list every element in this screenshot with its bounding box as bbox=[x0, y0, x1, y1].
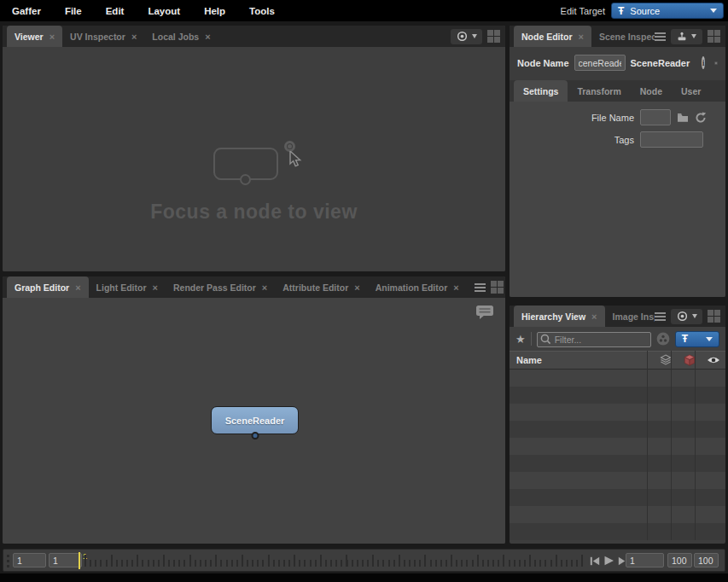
hierarchy-view-panel: Hierarchy View × Image Inspe ★ bbox=[510, 306, 725, 544]
menu-item-gaffer[interactable]: Gaffer bbox=[0, 6, 53, 16]
tab-menu-icon[interactable] bbox=[655, 312, 666, 321]
edit-target-group: Edit Target Ŧ Source bbox=[561, 0, 724, 21]
tab-menu-icon[interactable] bbox=[655, 32, 666, 41]
table-row[interactable] bbox=[510, 523, 725, 540]
menu-item-help[interactable]: Help bbox=[192, 6, 237, 16]
node-set-icon bbox=[677, 32, 687, 42]
tab-uv-inspector[interactable]: UV Inspector × bbox=[62, 26, 144, 47]
hierarchy-rows bbox=[510, 370, 725, 540]
set-membership-column-icon[interactable] bbox=[654, 354, 678, 366]
tab-scene-inspector[interactable]: Scene Inspecto bbox=[591, 26, 655, 47]
cursor-icon bbox=[289, 151, 302, 167]
chevron-down-icon bbox=[706, 337, 713, 341]
tab-settings[interactable]: Settings bbox=[514, 80, 568, 102]
star-icon[interactable]: ★ bbox=[515, 333, 526, 346]
info-icon[interactable]: i bbox=[702, 56, 705, 69]
node-set-menu-button[interactable] bbox=[671, 29, 702, 44]
table-row[interactable] bbox=[510, 455, 725, 472]
range-end-input[interactable] bbox=[694, 553, 719, 567]
tab-label: Light Editor bbox=[96, 282, 147, 293]
filter-input[interactable] bbox=[537, 332, 651, 347]
scope-dropdown[interactable]: Ŧ bbox=[675, 331, 719, 347]
table-row[interactable] bbox=[510, 472, 725, 489]
layout-grid-icon[interactable] bbox=[487, 30, 500, 43]
current-frame-marker[interactable] bbox=[79, 552, 80, 569]
tab-node[interactable]: Node bbox=[631, 80, 672, 102]
tab-menu-icon[interactable] bbox=[475, 283, 486, 292]
tab-viewer[interactable]: Viewer × bbox=[7, 26, 62, 47]
column-header-name[interactable]: Name bbox=[510, 355, 654, 365]
menu-item-edit[interactable]: Edit bbox=[94, 6, 137, 16]
playback-start-input[interactable] bbox=[49, 553, 82, 567]
skip-to-start-icon[interactable] bbox=[590, 556, 600, 566]
file-name-input[interactable] bbox=[640, 109, 671, 125]
annotation-icon[interactable] bbox=[475, 305, 494, 320]
node-name-input[interactable] bbox=[574, 55, 626, 71]
close-icon[interactable]: × bbox=[131, 32, 137, 42]
layout-grid-icon[interactable] bbox=[708, 310, 720, 323]
tab-local-jobs[interactable]: Local Jobs × bbox=[144, 26, 218, 47]
close-icon[interactable]: × bbox=[153, 282, 158, 293]
close-icon[interactable]: × bbox=[354, 282, 359, 293]
refresh-icon[interactable] bbox=[695, 112, 707, 124]
exclusions-cube-icon[interactable] bbox=[678, 354, 702, 366]
playback-end-input[interactable] bbox=[667, 553, 692, 567]
tab-graph-editor[interactable]: Graph Editor × bbox=[7, 276, 89, 298]
table-row[interactable] bbox=[510, 421, 725, 438]
table-row[interactable] bbox=[510, 404, 725, 421]
play-icon[interactable] bbox=[603, 556, 614, 566]
table-row[interactable] bbox=[510, 489, 725, 506]
layout-grid-icon[interactable] bbox=[708, 30, 720, 43]
workspace: Viewer × UV Inspector × Local Jobs × bbox=[0, 21, 728, 573]
file-name-label: File Name bbox=[510, 113, 640, 123]
gear-icon[interactable] bbox=[714, 56, 718, 70]
column-divider bbox=[695, 351, 696, 540]
focus-node-set-button[interactable] bbox=[451, 29, 482, 44]
tab-user[interactable]: User bbox=[672, 80, 710, 102]
tab-animation-editor[interactable]: Animation Editor × bbox=[368, 276, 467, 298]
table-row[interactable] bbox=[510, 506, 725, 523]
tab-primitive-inspector[interactable]: Prim bbox=[467, 276, 475, 298]
close-icon[interactable]: × bbox=[579, 32, 584, 42]
tab-label: Graph Editor bbox=[15, 282, 69, 293]
range-start-input[interactable] bbox=[13, 553, 46, 567]
current-frame-input[interactable] bbox=[626, 553, 664, 567]
viewer-viewport[interactable]: Focus a node to view bbox=[3, 47, 505, 271]
graph-editor-tabbar: Graph Editor × Light Editor × Render Pas… bbox=[3, 276, 505, 298]
scene-set-button[interactable] bbox=[671, 309, 702, 324]
tab-attribute-editor[interactable]: Attribute Editor × bbox=[275, 276, 367, 298]
timeline-bar: 1 bbox=[3, 549, 725, 572]
timeline-ruler[interactable] bbox=[84, 553, 586, 567]
close-icon[interactable]: × bbox=[262, 282, 267, 293]
close-icon[interactable]: × bbox=[591, 311, 597, 322]
tab-image-inspector[interactable]: Image Inspe bbox=[605, 306, 655, 327]
tab-node-editor[interactable]: Node Editor × bbox=[514, 26, 591, 47]
close-icon[interactable]: × bbox=[453, 282, 458, 293]
divider bbox=[531, 332, 532, 346]
menu-item-tools[interactable]: Tools bbox=[237, 6, 287, 16]
tab-render-pass-editor[interactable]: Render Pass Editor × bbox=[166, 276, 275, 298]
menu-item-file[interactable]: File bbox=[53, 6, 94, 16]
table-row[interactable] bbox=[510, 438, 725, 455]
close-icon[interactable]: × bbox=[205, 32, 210, 42]
node-name-row: Node Name SceneReader i bbox=[510, 47, 725, 78]
tags-input[interactable] bbox=[640, 131, 703, 148]
grip-handle[interactable] bbox=[7, 555, 9, 567]
close-icon[interactable]: × bbox=[50, 32, 55, 42]
table-row[interactable] bbox=[510, 387, 725, 404]
graph-canvas[interactable]: SceneReader bbox=[3, 298, 505, 544]
menu-item-layout[interactable]: Layout bbox=[136, 6, 192, 16]
chevron-down-icon bbox=[472, 34, 477, 38]
table-row[interactable] bbox=[510, 370, 725, 387]
scene-reader-node[interactable]: SceneReader bbox=[211, 406, 299, 434]
tab-hierarchy-view[interactable]: Hierarchy View × bbox=[514, 306, 605, 327]
tab-light-editor[interactable]: Light Editor × bbox=[89, 276, 166, 298]
tab-transform[interactable]: Transform bbox=[568, 80, 630, 102]
edit-target-dropdown[interactable]: Ŧ Source bbox=[611, 3, 724, 19]
visibility-eye-icon[interactable] bbox=[702, 356, 725, 364]
close-icon[interactable]: × bbox=[75, 282, 80, 293]
folder-icon[interactable] bbox=[677, 113, 689, 123]
filter-options-icon[interactable] bbox=[656, 332, 670, 346]
node-output-plug[interactable] bbox=[251, 432, 259, 439]
layout-grid-icon[interactable] bbox=[491, 281, 504, 294]
